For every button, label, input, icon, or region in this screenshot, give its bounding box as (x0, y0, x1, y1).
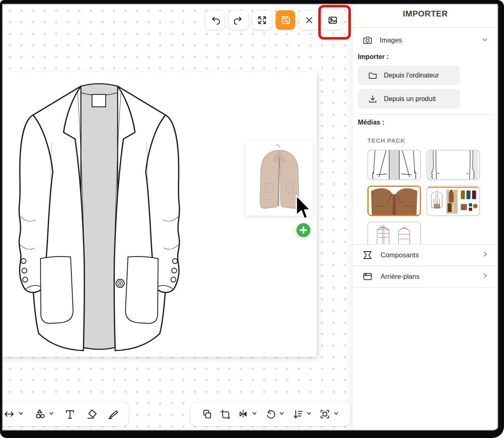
chevron-down-icon (18, 410, 24, 417)
redo-icon (232, 14, 245, 26)
thread-spool-icon (362, 250, 373, 261)
images-section-header[interactable]: Images (353, 28, 498, 49)
chevron-down-icon (333, 410, 339, 417)
rotate-tool[interactable] (265, 409, 285, 419)
save-icon (279, 14, 292, 26)
composants-open-arrow[interactable] (482, 251, 489, 259)
import-image-button[interactable] (323, 10, 342, 30)
fullscreen-button[interactable] (252, 10, 272, 30)
blazer-technical-flat (12, 80, 187, 353)
composants-label: Composants (381, 251, 419, 259)
thumbnail-blazer-back-line-art[interactable] (426, 150, 480, 180)
import-from-product-label: Depuis un produit (384, 95, 435, 103)
close-button[interactable] (299, 10, 319, 30)
sidebar-title: IMPORTER (353, 0, 498, 28)
media-thumbnail-grid[interactable] (353, 146, 498, 244)
text-tool[interactable] (64, 409, 76, 420)
undo-icon (209, 14, 221, 26)
eraser-tool[interactable] (85, 408, 97, 420)
blazer-back-line-art (427, 151, 479, 179)
image-icon (327, 14, 339, 26)
line-width-tool[interactable] (3, 408, 24, 420)
folder-icon (368, 71, 378, 80)
plus-icon (299, 226, 308, 234)
chevron-right-icon (482, 272, 489, 279)
import-from-computer-button[interactable]: Depuis l’ordinateur (358, 66, 460, 85)
line-width-dropdown[interactable] (18, 410, 24, 418)
horizontal-arrow-icon (3, 408, 15, 420)
blazer-front-line-art (368, 151, 420, 179)
chevron-down-icon (48, 410, 54, 417)
add-to-canvas-button[interactable] (296, 222, 311, 238)
top-toolbar (205, 10, 342, 30)
camera-icon (362, 35, 373, 46)
tech-pack-collage (427, 186, 479, 215)
arriere-plans-open-arrow[interactable] (482, 272, 489, 281)
pen-icon (107, 408, 118, 420)
frame-select-tool[interactable] (319, 409, 339, 419)
duplicate-icon (201, 409, 212, 419)
composants-section[interactable]: Composants (353, 244, 498, 266)
crop-icon (220, 409, 230, 419)
rotate-icon (265, 409, 276, 419)
arriere-plans-section[interactable]: Arrière-plans (353, 266, 498, 287)
crop-tool[interactable] (220, 409, 230, 419)
flip-dropdown[interactable] (251, 410, 258, 418)
chevron-down-icon (251, 410, 258, 417)
undo-button[interactable] (205, 10, 225, 30)
thumbnail-tech-pack-collage[interactable] (426, 186, 480, 216)
camel-coat-photo (369, 187, 420, 215)
shapes-icon (34, 408, 45, 420)
pattern-measurement-sketch (368, 222, 420, 244)
flip-horizontal-icon (238, 409, 248, 419)
arrange-dropdown[interactable] (306, 410, 312, 418)
mouse-cursor-arrow (295, 195, 311, 222)
object-tools-toolbar (191, 402, 350, 426)
import-heading: Importer : (353, 49, 498, 64)
tech-pack-heading: TECH PACK (353, 130, 498, 146)
rotate-dropdown[interactable] (279, 410, 285, 418)
save-button[interactable] (276, 10, 295, 30)
thumbnail-pattern-measurement-sketch[interactable] (367, 221, 421, 244)
arriere-plans-label: Arrière-plans (381, 273, 419, 280)
chevron-right-icon (482, 251, 489, 258)
chevron-down-icon (481, 36, 489, 43)
close-icon (303, 14, 315, 26)
images-collapse-toggle[interactable] (481, 36, 489, 45)
app-window: IMPORTER Images Importer : Depuis l’ordi… (0, 0, 504, 438)
text-icon (64, 409, 76, 420)
import-sidebar: IMPORTER Images Importer : Depuis l’ordi… (353, 0, 498, 438)
images-section-label: Images (380, 36, 402, 44)
redo-button[interactable] (229, 10, 248, 30)
frame-select-dropdown[interactable] (333, 410, 339, 418)
flip-tool[interactable] (238, 409, 258, 419)
chevron-down-icon (306, 410, 312, 417)
eraser-icon (85, 408, 97, 420)
duplicate-tool[interactable] (201, 409, 212, 419)
expand-icon (256, 14, 268, 26)
pen-tool[interactable] (107, 408, 118, 420)
frame-select-icon (319, 409, 330, 419)
download-icon (368, 94, 378, 104)
shapes-tool[interactable] (34, 408, 54, 420)
medias-heading: Médias : (353, 115, 498, 130)
arrange-icon (292, 409, 303, 419)
chevron-down-icon (279, 410, 285, 417)
import-from-computer-label: Depuis l’ordinateur (384, 72, 439, 79)
draw-tools-toolbar (0, 402, 128, 426)
front-button (116, 279, 124, 287)
shapes-dropdown[interactable] (48, 410, 54, 418)
arrange-tool[interactable] (292, 409, 312, 419)
sidebar-sections: Composants Arrière-plans (353, 244, 498, 287)
thumbnail-blazer-front-line-art[interactable] (367, 150, 421, 180)
backgrounds-icon (362, 271, 373, 282)
thumbnail-camel-coat-photo[interactable] (367, 186, 421, 216)
import-from-product-button[interactable]: Depuis un produit (358, 89, 460, 108)
